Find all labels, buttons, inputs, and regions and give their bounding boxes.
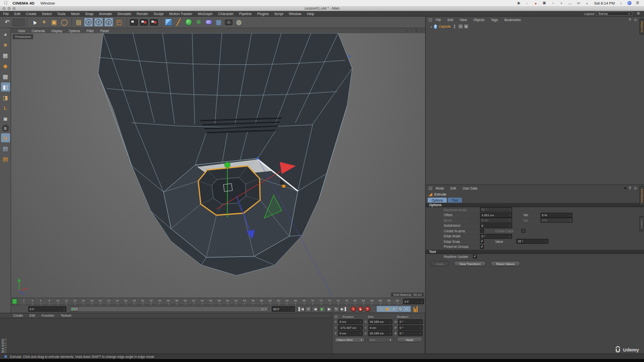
rotation-field[interactable]: 0 °↕ xyxy=(398,325,423,330)
timeline-tick[interactable]: 58 xyxy=(257,298,266,305)
timeline-tick[interactable]: 50 xyxy=(223,298,232,305)
timeline-tick[interactable]: 84 xyxy=(368,298,376,305)
lock-layers-icon[interactable]: ▤ xyxy=(1,144,10,153)
model-mode-icon[interactable]: ■ xyxy=(1,40,10,49)
am-search-icon[interactable]: ⚲ xyxy=(629,186,631,190)
menu-item[interactable]: Create xyxy=(26,12,36,16)
material-menu-item[interactable]: Edit xyxy=(30,314,35,317)
timeline-tick[interactable]: 42 xyxy=(189,298,198,305)
play-button[interactable]: ▶ xyxy=(319,306,326,312)
snap-value-field[interactable]: 15 °↕ xyxy=(516,239,548,244)
record-keyframe-button[interactable]: + xyxy=(351,306,356,312)
menu-item[interactable]: Motion Tracker xyxy=(169,12,192,16)
primitive-cube-icon[interactable] xyxy=(164,18,173,27)
menu-item[interactable]: Help xyxy=(307,12,314,16)
app-menu-title[interactable]: CINEMA 4D xyxy=(13,1,35,6)
object-manager-menu-item[interactable]: View xyxy=(460,18,467,22)
range-start-field[interactable]: 0 F↕ xyxy=(28,306,66,312)
spotlight-search-icon[interactable]: ○ xyxy=(618,1,623,6)
layer-color-icon[interactable]: ▤ xyxy=(1,154,10,163)
reset-values-button[interactable]: Reset Values xyxy=(491,261,520,266)
object-manager-menu-item[interactable]: Edit xyxy=(447,18,453,22)
viewport-menu-item[interactable]: View xyxy=(18,29,25,33)
scene-environment-icon[interactable]: ▦ xyxy=(214,18,223,27)
magnet-snap-icon[interactable]: ∪ xyxy=(1,133,10,142)
edge-angle-field[interactable]: 0 °↕ xyxy=(480,234,512,239)
viewport-solo-icon[interactable]: ◙ xyxy=(1,114,10,123)
create-ngons-checkbox[interactable] xyxy=(480,229,484,233)
workplane-tool-icon[interactable]: ◰ xyxy=(114,18,124,27)
tab-tool[interactable]: Tool xyxy=(448,198,462,203)
tab-options[interactable]: Options xyxy=(428,198,447,203)
viewport-menu-item[interactable]: Filter xyxy=(87,29,94,33)
enable-axis-icon[interactable]: L xyxy=(1,104,10,113)
timeline-playhead[interactable] xyxy=(12,299,17,304)
wifi-icon[interactable]: ◡ xyxy=(568,1,573,6)
phong-tag-icon[interactable]: ◔ xyxy=(458,24,463,29)
material-menu-item[interactable]: Create xyxy=(13,314,23,317)
autokey-button[interactable]: ◆ xyxy=(358,306,363,312)
apply-button[interactable]: Apply xyxy=(431,261,449,266)
battery-icon[interactable]: ▭ xyxy=(576,1,581,6)
record-scale-icon[interactable]: ▣ xyxy=(384,306,390,312)
timeline-tick[interactable]: 64 xyxy=(283,298,291,305)
timeline-tick[interactable]: 20 xyxy=(96,298,105,305)
viewport-canvas[interactable] xyxy=(11,28,425,298)
record-pla-icon[interactable]: ∷ xyxy=(404,306,410,312)
scale-tool-icon[interactable]: ▣ xyxy=(49,18,59,27)
selection-tag-icon[interactable]: ✕ xyxy=(464,24,468,29)
timeline-tick[interactable]: 66 xyxy=(291,298,300,305)
size-field[interactable]: 16.199 cm↕ xyxy=(368,319,393,324)
timeline-mode-icon[interactable] xyxy=(413,306,418,312)
zoom-view-icon[interactable]: ↕ xyxy=(410,29,414,33)
om-filter-icon[interactable]: ◎ xyxy=(634,18,637,22)
menu-item[interactable]: File xyxy=(3,12,9,16)
offset-var-field[interactable]: 0 %↕ xyxy=(540,213,573,218)
preserve-groups-checkbox[interactable]: ✓ xyxy=(480,245,484,249)
history-back-icon[interactable]: ◀ xyxy=(623,186,626,190)
attribute-menu-item[interactable]: Mode xyxy=(436,187,444,190)
timeline-tick[interactable]: 76 xyxy=(334,298,342,305)
timeline-tick[interactable]: 34 xyxy=(155,298,164,305)
panel-icon[interactable] xyxy=(429,187,432,190)
timeline-tick[interactable]: 18 xyxy=(88,298,96,305)
attribute-menu-item[interactable]: User Data xyxy=(462,187,477,190)
render-picture-viewer-icon[interactable] xyxy=(139,18,148,27)
object-row[interactable]: ▸ Capsule ◔ ✕ xyxy=(426,24,644,29)
timeline-tick[interactable]: 6 xyxy=(37,298,45,305)
menu-item[interactable]: Pipeline xyxy=(239,12,252,16)
menu-item[interactable]: Edit xyxy=(14,12,20,16)
timeline-tick[interactable]: 48 xyxy=(215,298,223,305)
size-field[interactable]: 16.199 cm↕ xyxy=(368,331,393,336)
record-parameter-icon[interactable]: P xyxy=(397,306,403,312)
menu-item[interactable]: Window xyxy=(289,12,301,16)
notification-center-icon[interactable]: ☰ xyxy=(635,1,640,6)
timeline-tick[interactable]: 12 xyxy=(62,298,70,305)
menu-item[interactable]: Render xyxy=(137,12,148,16)
object-manager-menu-item[interactable]: Tags xyxy=(491,18,498,22)
object-name[interactable]: Capsule xyxy=(439,25,451,28)
attributes-side-tab[interactable]: Attributes xyxy=(639,186,644,206)
menu-item[interactable]: Character xyxy=(218,12,234,16)
camera-icon[interactable]: ◎ xyxy=(224,18,233,27)
options-section-header[interactable]: Options xyxy=(426,203,644,207)
render-view-icon[interactable] xyxy=(129,18,138,27)
timeline-tick[interactable]: 26 xyxy=(121,298,130,305)
spline-pen-icon[interactable]: ╱ xyxy=(174,18,183,27)
timeline-tick[interactable]: 74 xyxy=(325,298,334,305)
apple-menu-icon[interactable]:  xyxy=(4,1,8,6)
goto-next-key-button[interactable]: ↻ xyxy=(333,306,340,312)
redo-box[interactable] xyxy=(13,19,25,26)
points-mode-icon[interactable]: ▩ xyxy=(1,72,10,81)
viewport-menu-item[interactable]: Options xyxy=(69,29,80,33)
timeline-tick[interactable]: 36 xyxy=(164,298,173,305)
coordinates-apply-button[interactable]: Apply xyxy=(396,337,423,342)
make-editable-icon[interactable]: ◕ xyxy=(1,30,10,39)
realtime-update-checkbox[interactable]: ✓ xyxy=(473,254,477,258)
shield-icon[interactable]: ◦ xyxy=(525,1,530,6)
subdivision-surface-icon[interactable] xyxy=(184,18,193,27)
menu-item[interactable]: Tools xyxy=(57,12,65,16)
display-icon[interactable]: ▣ xyxy=(542,1,547,6)
rotation-field[interactable]: 0 °↕ xyxy=(398,319,423,324)
timeline-tick[interactable]: 16 xyxy=(79,298,88,305)
